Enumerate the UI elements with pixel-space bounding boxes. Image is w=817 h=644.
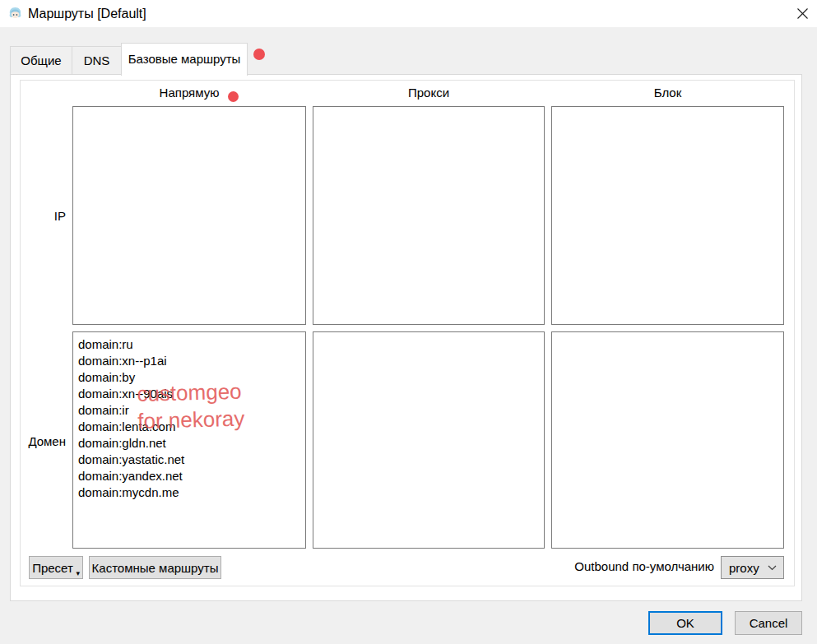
- app-icon: [8, 7, 22, 21]
- close-icon: [796, 7, 809, 20]
- tab-general[interactable]: Общие: [10, 46, 72, 74]
- textarea-domain-block[interactable]: [551, 331, 784, 549]
- chevron-down-icon: [768, 565, 777, 571]
- outbound-label: Outbound по-умолчанию: [527, 559, 714, 573]
- menu-arrow-icon: ▾: [76, 570, 80, 577]
- column-header-direct: Напрямую: [72, 86, 306, 102]
- textarea-ip-direct[interactable]: [72, 106, 306, 325]
- titlebar: Маршруты [Default]: [0, 0, 817, 27]
- cancel-button[interactable]: Cancel: [735, 611, 802, 635]
- preset-button[interactable]: Пресет ▾: [29, 556, 83, 579]
- outbound-selected-value: proxy: [722, 561, 768, 575]
- textarea-domain-direct[interactable]: domain:ru domain:xn--p1ai domain:by doma…: [72, 331, 306, 549]
- column-header-proxy: Прокси: [313, 86, 545, 102]
- annotation-dot-direct: [228, 91, 239, 102]
- textarea-domain-proxy[interactable]: [313, 331, 545, 549]
- window-title: Маршруты [Default]: [28, 6, 146, 22]
- outbound-select[interactable]: proxy: [721, 556, 784, 579]
- textarea-ip-proxy[interactable]: [313, 106, 545, 325]
- ok-button[interactable]: OK: [648, 611, 722, 635]
- row-label-domain: Домен: [20, 434, 66, 448]
- textarea-ip-block[interactable]: [551, 106, 784, 325]
- annotation-dot-tab: [253, 49, 265, 60]
- tab-basic-routes[interactable]: Базовые маршруты: [121, 43, 248, 76]
- custom-routes-button[interactable]: Кастомные маршруты: [89, 556, 221, 579]
- close-button[interactable]: [788, 0, 817, 27]
- row-label-ip: IP: [20, 209, 66, 223]
- routes-dialog: Маршруты [Default] Общие DNS Базовые мар…: [0, 0, 817, 644]
- tab-dns[interactable]: DNS: [72, 46, 122, 74]
- column-header-block: Блок: [551, 86, 784, 102]
- preset-button-label: Пресет: [32, 561, 73, 575]
